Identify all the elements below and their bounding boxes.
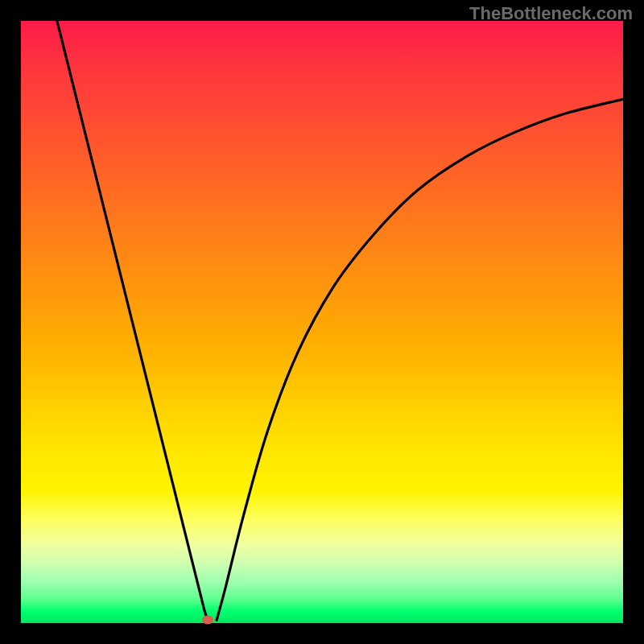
minimum-marker: [202, 615, 213, 624]
bottleneck-curve: [21, 21, 623, 623]
